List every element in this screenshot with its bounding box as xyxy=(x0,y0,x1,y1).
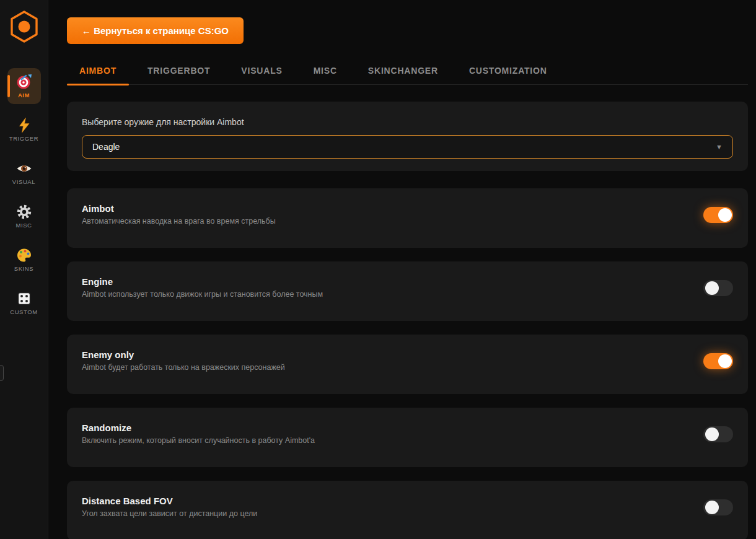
tab-misc[interactable]: MISC xyxy=(301,58,349,84)
setting-card-distance-based-fov: Distance Based FOV Угол захвата цели зав… xyxy=(67,481,748,539)
sidebar-item-label: MISC xyxy=(15,222,32,229)
eye-icon xyxy=(16,160,32,177)
setting-title: Randomize xyxy=(82,423,733,433)
engine-toggle[interactable] xyxy=(703,280,733,296)
setting-card-engine: Engine Aimbot использует только движок и… xyxy=(67,261,748,321)
setting-title: Engine xyxy=(82,276,733,287)
palette-icon xyxy=(16,247,32,263)
setting-description: Aimbot будет работать только на вражески… xyxy=(82,363,733,372)
gear-icon xyxy=(16,204,32,220)
setting-title: Aimbot xyxy=(82,203,733,214)
setting-card-randomize: Randomize Включить режим, который вносит… xyxy=(67,408,748,467)
dart-target-icon xyxy=(16,74,32,90)
setting-card-aimbot: Aimbot Автоматическая наводка на врага в… xyxy=(67,188,748,248)
sidebar-item-aim[interactable]: AIM xyxy=(7,68,41,104)
sidebar-item-label: AIM xyxy=(18,92,30,99)
weapon-select[interactable]: Deagle ▼ xyxy=(82,135,733,159)
tab-visuals[interactable]: VISUALS xyxy=(229,58,294,84)
tab-aimbot[interactable]: AIMBOT xyxy=(67,58,129,84)
toggle-knob xyxy=(718,354,732,368)
weapon-select-value: Deagle xyxy=(92,142,716,152)
setting-description: Aimbot использует только движок игры и с… xyxy=(82,290,733,299)
aimbot-toggle[interactable] xyxy=(703,207,733,223)
sidebar-item-misc[interactable]: MISC xyxy=(7,198,41,234)
distance-based-fov-toggle[interactable] xyxy=(703,499,733,515)
sidebar-item-label: SKINS xyxy=(14,265,34,272)
setting-description: Автоматическая наводка на врага во время… xyxy=(82,217,733,226)
randomize-toggle[interactable] xyxy=(703,426,733,442)
sidebar-item-trigger[interactable]: TRIGGER xyxy=(7,112,41,147)
setting-title: Distance Based FOV xyxy=(82,496,733,506)
setting-card-enemy-only: Enemy only Aimbot будет работать только … xyxy=(67,335,748,394)
dice-icon xyxy=(16,291,32,307)
hexagon-dot-logo-icon xyxy=(9,9,40,44)
sidebar-item-label: CUSTOM xyxy=(10,309,38,315)
toggle-knob xyxy=(705,427,719,441)
toggle-knob xyxy=(705,281,719,295)
sidebar: AIM TRIGGER VISUAL MISC xyxy=(0,0,48,539)
enemy-only-toggle[interactable] xyxy=(703,353,733,369)
setting-title: Enemy only xyxy=(82,349,733,360)
sidebar-item-visual[interactable]: VISUAL xyxy=(7,155,41,191)
lightning-icon xyxy=(16,117,32,133)
tab-bar: AIMBOT TRIGGERBOT VISUALS MISC SKINCHANG… xyxy=(67,58,748,85)
sidebar-item-label: VISUAL xyxy=(12,178,35,185)
app-logo[interactable] xyxy=(8,9,40,45)
weapon-select-label: Выберите оружие для настройки Aimbot xyxy=(82,117,733,127)
weapon-select-card: Выберите оружие для настройки Aimbot Dea… xyxy=(67,102,748,171)
sidebar-item-skins[interactable]: SKINS xyxy=(7,242,41,278)
tab-triggerbot[interactable]: TRIGGERBOT xyxy=(135,58,222,84)
toggle-knob xyxy=(718,208,732,222)
setting-description: Включить режим, который вносит случайнос… xyxy=(82,436,733,445)
sidebar-nav: AIM TRIGGER VISUAL MISC xyxy=(7,68,41,328)
toggle-knob xyxy=(705,501,719,514)
chevron-down-icon: ▼ xyxy=(716,143,723,151)
sidebar-item-custom[interactable]: CUSTOM xyxy=(7,285,41,321)
tab-skinchanger[interactable]: SKINCHANGER xyxy=(356,58,451,84)
edge-scroll-handle[interactable] xyxy=(0,365,4,381)
setting-description: Угол захвата цели зависит от дистанции д… xyxy=(82,509,733,518)
main-content: ← Вернуться к странице CS:GO AIMBOT TRIG… xyxy=(48,0,756,539)
tab-customization[interactable]: CUSTOMIZATION xyxy=(457,58,560,84)
back-to-csgo-button[interactable]: ← Вернуться к странице CS:GO xyxy=(67,17,244,44)
sidebar-item-label: TRIGGER xyxy=(9,135,38,142)
